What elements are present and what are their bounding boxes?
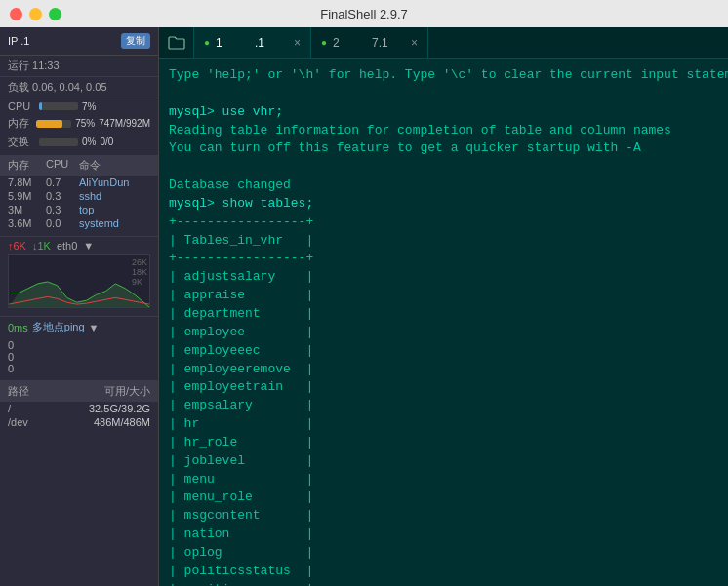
- swp-row: 交换 0% 0/0: [0, 133, 158, 151]
- proc-cmd-3: top: [79, 204, 150, 215]
- term-line-r5: | employeeec |: [169, 342, 728, 361]
- minimize-button[interactable]: [29, 8, 42, 20]
- term-line-r13: | menu_role |: [169, 488, 728, 507]
- mem-row: 内存 75% 747M/992M: [0, 114, 158, 133]
- net-mid-label: 18K: [132, 267, 147, 277]
- term-line-2: Reading table information for completion…: [169, 122, 728, 140]
- proc-row-1: 7.8M 0.7 AliYunDun: [0, 176, 158, 189]
- close-button[interactable]: [10, 8, 22, 20]
- path-name-dev: /dev: [8, 416, 74, 428]
- swp-pct: 0%: [82, 137, 96, 147]
- path-row-dev: /dev 486M/486M: [0, 415, 158, 429]
- tab-1-dot: ●: [204, 37, 210, 48]
- swp-bar-bg: [39, 138, 78, 146]
- proc-row-2: 5.9M 0.3 sshd: [0, 189, 158, 203]
- swp-val: 0/0: [100, 137, 113, 147]
- path-avail-dev: 486M/486M: [82, 416, 150, 428]
- term-line-3: You can turn off this feature to get a q…: [169, 139, 728, 158]
- term-line-r15: | nation |: [169, 526, 728, 544]
- term-line-sep2: +-----------------+: [169, 250, 728, 268]
- term-line-header: | Tables_in_vhr |: [169, 232, 728, 251]
- copy-ip-button[interactable]: 复制: [121, 33, 150, 49]
- svg-marker-0: [9, 282, 149, 307]
- app-title: FinalShell 2.9.7: [320, 7, 408, 21]
- proc-row-4: 3.6M 0.0 systemd: [0, 216, 158, 230]
- ping-value: 0ms: [8, 322, 28, 333]
- proc-cpu-header: CPU: [46, 158, 75, 173]
- ping-multisite-link[interactable]: 多地点ping: [32, 320, 85, 334]
- term-line-sep1: +-----------------+: [169, 214, 728, 232]
- term-line-r2: | appraise |: [169, 287, 728, 305]
- proc-mem-4: 3.6M: [8, 217, 42, 229]
- maximize-button[interactable]: [49, 8, 61, 20]
- titlebar: FinalShell 2.9.7: [0, 0, 728, 27]
- net-interface: eth0: [57, 240, 77, 252]
- cpu-label: CPU: [8, 100, 35, 112]
- mem-pct: 75%: [75, 118, 95, 129]
- network-header: ↑6K ↓1K eth0 ▼: [0, 237, 158, 254]
- tab-2-close[interactable]: ×: [411, 36, 418, 50]
- ip-address: IP .1: [8, 35, 115, 47]
- sidebar: IP .1 复制 运行 11:33 负载 0.06, 0.04, 0.05 CP…: [0, 27, 159, 586]
- term-line-r7: | employeetrain |: [169, 378, 728, 397]
- proc-cpu-2: 0.3: [46, 190, 75, 202]
- ping-dropdown-icon[interactable]: ▼: [89, 322, 100, 333]
- mem-bar-fill: [36, 120, 62, 128]
- proc-cpu-4: 0.0: [46, 217, 75, 229]
- terminal-content[interactable]: Type 'help;' or '\h' for help. Type '\c'…: [159, 59, 728, 586]
- net-upload: ↑6K: [8, 240, 26, 252]
- term-line-r14: | msgcontent |: [169, 507, 728, 526]
- path-table-header: 路径 可用/大小: [0, 381, 158, 402]
- mem-val: 747M/992M: [99, 118, 150, 129]
- ping-val-3: 0: [8, 363, 14, 374]
- tab-1[interactable]: ● 1 .1 ×: [194, 27, 311, 58]
- path-row-root: / 32.5G/39.2G: [0, 402, 158, 415]
- proc-cmd-header: 命令: [79, 158, 150, 173]
- proc-cpu-1: 0.7: [46, 176, 75, 188]
- ping-section: 0ms 多地点ping ▼ 0 0 0: [0, 316, 158, 376]
- main-layout: IP .1 复制 运行 11:33 负载 0.06, 0.04, 0.05 CP…: [0, 27, 728, 586]
- term-line-r1: | adjustsalary |: [169, 268, 728, 287]
- cpu-pct: 7%: [82, 101, 96, 112]
- proc-row-3: 3M 0.3 top: [0, 203, 158, 216]
- network-section: ↑6K ↓1K eth0 ▼ 26K 18K 9K: [0, 236, 158, 312]
- ping-values: 0 0 0: [0, 337, 158, 376]
- term-line-cmd1: mysql> use vhr;: [169, 103, 728, 122]
- tab-2-id: 2: [333, 36, 366, 50]
- ping-header: 0ms 多地点ping ▼: [0, 317, 158, 337]
- tab-1-close[interactable]: ×: [294, 36, 301, 50]
- term-line-r9: | hr |: [169, 415, 728, 434]
- avail-col-header: 可用/大小: [82, 384, 150, 399]
- term-line-cmd2: mysql> show tables;: [169, 195, 728, 214]
- term-line-blank1: [169, 85, 728, 103]
- tab-bar: ● 1 .1 × ● 2 7.1 ×: [159, 27, 728, 59]
- net-dropdown-icon[interactable]: ▼: [83, 240, 94, 252]
- window-controls: [10, 8, 61, 20]
- term-line-blank2: [169, 158, 728, 176]
- folder-icon[interactable]: [159, 27, 194, 58]
- tab-2-name: 7.1: [372, 36, 405, 50]
- network-graph: 26K 18K 9K: [8, 254, 150, 308]
- tab-2[interactable]: ● 2 7.1 ×: [311, 27, 428, 58]
- term-line-r18: | position |: [169, 581, 728, 586]
- term-line-r6: | employeeremove |: [169, 361, 728, 379]
- term-line-r17: | politicsstatus |: [169, 563, 728, 581]
- proc-mem-3: 3M: [8, 204, 42, 215]
- cpu-row: CPU 7%: [0, 98, 158, 114]
- proc-mem-2: 5.9M: [8, 190, 42, 202]
- cpu-bar-fill: [39, 102, 42, 110]
- term-line-r3: | department |: [169, 305, 728, 324]
- mem-label: 内存: [8, 116, 32, 131]
- proc-mem-header: 内存: [8, 158, 42, 173]
- term-line-r16: | oplog |: [169, 544, 728, 563]
- term-line-r10: | hr_role |: [169, 434, 728, 452]
- term-line-r11: | joblevel |: [169, 452, 728, 471]
- swp-label: 交换: [8, 135, 35, 149]
- sidebar-ip-row: IP .1 复制: [0, 27, 158, 56]
- net-max-label: 26K: [132, 257, 147, 267]
- proc-mem-1: 7.8M: [8, 176, 42, 188]
- terminal-area: ● 1 .1 × ● 2 7.1 × Type 'help;' or '\h' …: [159, 27, 728, 586]
- term-line-1: Type 'help;' or '\h' for help. Type '\c'…: [169, 66, 728, 85]
- term-line-r8: | empsalary |: [169, 397, 728, 415]
- cpu-bar-bg: [39, 102, 78, 110]
